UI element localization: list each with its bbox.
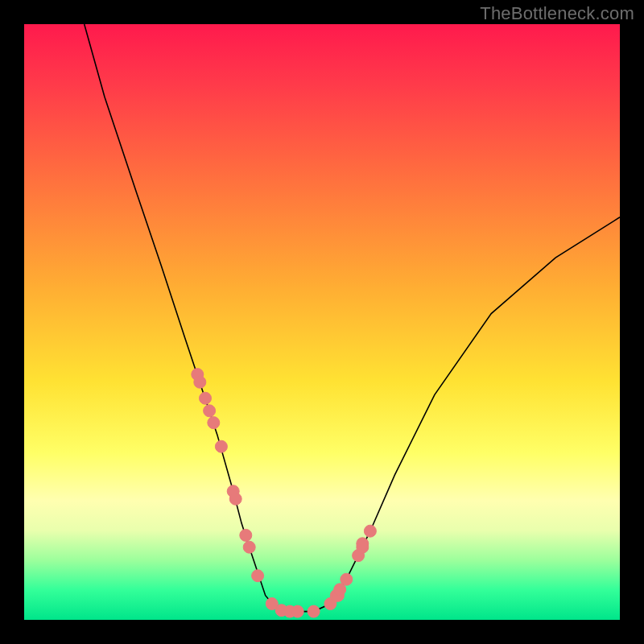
- scatter-dot: [364, 525, 376, 537]
- scatter-markers: [192, 369, 377, 617]
- scatter-dot: [266, 598, 278, 610]
- scatter-dot: [252, 570, 264, 582]
- plot-area: [24, 24, 620, 620]
- scatter-dot: [334, 584, 346, 596]
- scatter-dot: [229, 493, 242, 505]
- scatter-dot: [240, 529, 252, 541]
- scatter-dot: [357, 538, 369, 550]
- chart-frame: TheBottleneck.com: [0, 0, 644, 644]
- scatter-dot: [284, 605, 296, 617]
- chart-svg: [24, 24, 620, 620]
- scatter-dot: [330, 589, 342, 601]
- scatter-dot: [308, 605, 320, 617]
- scatter-dot: [243, 541, 255, 553]
- scatter-dot: [204, 405, 216, 417]
- scatter-dot: [341, 573, 353, 585]
- scatter-dot: [353, 550, 365, 562]
- scatter-dot: [291, 605, 303, 617]
- scatter-dot: [192, 369, 204, 381]
- scatter-dot: [332, 589, 345, 601]
- scatter-dot: [324, 598, 336, 610]
- bottleneck-curve: [85, 24, 620, 612]
- scatter-dot: [200, 392, 212, 404]
- scatter-dot: [208, 417, 220, 429]
- scatter-dot: [227, 485, 239, 497]
- scatter-dot: [215, 440, 227, 452]
- scatter-dot: [194, 376, 206, 388]
- watermark-text: TheBottleneck.com: [480, 3, 634, 24]
- scatter-dot: [275, 605, 287, 617]
- scatter-dot: [357, 541, 369, 553]
